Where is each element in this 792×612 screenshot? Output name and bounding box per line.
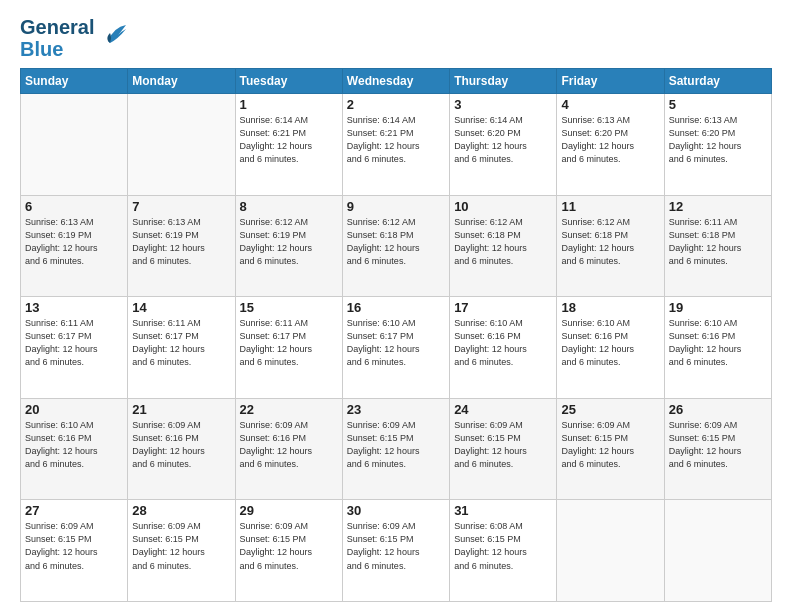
day-info: Sunrise: 6:10 AMSunset: 6:16 PMDaylight:…: [454, 317, 552, 369]
day-number: 27: [25, 503, 123, 518]
day-number: 22: [240, 402, 338, 417]
day-number: 13: [25, 300, 123, 315]
day-number: 12: [669, 199, 767, 214]
calendar-day-cell: 27Sunrise: 6:09 AMSunset: 6:15 PMDayligh…: [21, 500, 128, 602]
day-info: Sunrise: 6:09 AMSunset: 6:15 PMDaylight:…: [561, 419, 659, 471]
day-number: 28: [132, 503, 230, 518]
calendar-day-cell: 24Sunrise: 6:09 AMSunset: 6:15 PMDayligh…: [450, 398, 557, 500]
day-info: Sunrise: 6:10 AMSunset: 6:16 PMDaylight:…: [561, 317, 659, 369]
day-info: Sunrise: 6:12 AMSunset: 6:18 PMDaylight:…: [454, 216, 552, 268]
day-number: 23: [347, 402, 445, 417]
day-info: Sunrise: 6:11 AMSunset: 6:17 PMDaylight:…: [240, 317, 338, 369]
calendar-day-cell: 19Sunrise: 6:10 AMSunset: 6:16 PMDayligh…: [664, 297, 771, 399]
day-info: Sunrise: 6:09 AMSunset: 6:15 PMDaylight:…: [454, 419, 552, 471]
logo-general: General: [20, 16, 94, 38]
day-info: Sunrise: 6:09 AMSunset: 6:15 PMDaylight:…: [347, 520, 445, 572]
calendar-header-sunday: Sunday: [21, 69, 128, 94]
day-number: 25: [561, 402, 659, 417]
day-info: Sunrise: 6:11 AMSunset: 6:17 PMDaylight:…: [132, 317, 230, 369]
calendar-day-cell: 8Sunrise: 6:12 AMSunset: 6:19 PMDaylight…: [235, 195, 342, 297]
day-number: 6: [25, 199, 123, 214]
day-info: Sunrise: 6:09 AMSunset: 6:15 PMDaylight:…: [669, 419, 767, 471]
calendar-day-cell: 7Sunrise: 6:13 AMSunset: 6:19 PMDaylight…: [128, 195, 235, 297]
day-info: Sunrise: 6:13 AMSunset: 6:20 PMDaylight:…: [561, 114, 659, 166]
day-info: Sunrise: 6:09 AMSunset: 6:15 PMDaylight:…: [132, 520, 230, 572]
calendar-table: SundayMondayTuesdayWednesdayThursdayFrid…: [20, 68, 772, 602]
calendar-header-wednesday: Wednesday: [342, 69, 449, 94]
calendar-header-thursday: Thursday: [450, 69, 557, 94]
calendar-day-cell: 30Sunrise: 6:09 AMSunset: 6:15 PMDayligh…: [342, 500, 449, 602]
day-info: Sunrise: 6:11 AMSunset: 6:17 PMDaylight:…: [25, 317, 123, 369]
calendar-day-cell: 22Sunrise: 6:09 AMSunset: 6:16 PMDayligh…: [235, 398, 342, 500]
day-info: Sunrise: 6:11 AMSunset: 6:18 PMDaylight:…: [669, 216, 767, 268]
day-number: 17: [454, 300, 552, 315]
calendar-header-friday: Friday: [557, 69, 664, 94]
calendar-week-row: 6Sunrise: 6:13 AMSunset: 6:19 PMDaylight…: [21, 195, 772, 297]
day-number: 15: [240, 300, 338, 315]
calendar-day-cell: 15Sunrise: 6:11 AMSunset: 6:17 PMDayligh…: [235, 297, 342, 399]
day-info: Sunrise: 6:09 AMSunset: 6:16 PMDaylight:…: [240, 419, 338, 471]
day-info: Sunrise: 6:09 AMSunset: 6:15 PMDaylight:…: [25, 520, 123, 572]
calendar-day-cell: 18Sunrise: 6:10 AMSunset: 6:16 PMDayligh…: [557, 297, 664, 399]
day-info: Sunrise: 6:12 AMSunset: 6:18 PMDaylight:…: [561, 216, 659, 268]
calendar-header-saturday: Saturday: [664, 69, 771, 94]
day-number: 8: [240, 199, 338, 214]
calendar-week-row: 13Sunrise: 6:11 AMSunset: 6:17 PMDayligh…: [21, 297, 772, 399]
calendar-week-row: 20Sunrise: 6:10 AMSunset: 6:16 PMDayligh…: [21, 398, 772, 500]
day-number: 7: [132, 199, 230, 214]
calendar-header-row: SundayMondayTuesdayWednesdayThursdayFrid…: [21, 69, 772, 94]
calendar-day-cell: 25Sunrise: 6:09 AMSunset: 6:15 PMDayligh…: [557, 398, 664, 500]
calendar-day-cell: 9Sunrise: 6:12 AMSunset: 6:18 PMDaylight…: [342, 195, 449, 297]
day-number: 29: [240, 503, 338, 518]
logo-bird-icon: [100, 19, 130, 53]
calendar-day-cell: 1Sunrise: 6:14 AMSunset: 6:21 PMDaylight…: [235, 94, 342, 196]
calendar-day-cell: 21Sunrise: 6:09 AMSunset: 6:16 PMDayligh…: [128, 398, 235, 500]
day-number: 16: [347, 300, 445, 315]
calendar-day-cell: 17Sunrise: 6:10 AMSunset: 6:16 PMDayligh…: [450, 297, 557, 399]
day-number: 20: [25, 402, 123, 417]
calendar-header-monday: Monday: [128, 69, 235, 94]
day-number: 9: [347, 199, 445, 214]
calendar-day-cell: 13Sunrise: 6:11 AMSunset: 6:17 PMDayligh…: [21, 297, 128, 399]
day-info: Sunrise: 6:08 AMSunset: 6:15 PMDaylight:…: [454, 520, 552, 572]
calendar-day-cell: 3Sunrise: 6:14 AMSunset: 6:20 PMDaylight…: [450, 94, 557, 196]
day-number: 11: [561, 199, 659, 214]
calendar-day-cell: 10Sunrise: 6:12 AMSunset: 6:18 PMDayligh…: [450, 195, 557, 297]
day-number: 19: [669, 300, 767, 315]
calendar-day-cell: 26Sunrise: 6:09 AMSunset: 6:15 PMDayligh…: [664, 398, 771, 500]
calendar-header-tuesday: Tuesday: [235, 69, 342, 94]
day-info: Sunrise: 6:14 AMSunset: 6:21 PMDaylight:…: [240, 114, 338, 166]
day-info: Sunrise: 6:13 AMSunset: 6:19 PMDaylight:…: [25, 216, 123, 268]
calendar-day-cell: [21, 94, 128, 196]
day-info: Sunrise: 6:10 AMSunset: 6:16 PMDaylight:…: [25, 419, 123, 471]
calendar-day-cell: 20Sunrise: 6:10 AMSunset: 6:16 PMDayligh…: [21, 398, 128, 500]
calendar-week-row: 1Sunrise: 6:14 AMSunset: 6:21 PMDaylight…: [21, 94, 772, 196]
day-number: 10: [454, 199, 552, 214]
day-info: Sunrise: 6:14 AMSunset: 6:20 PMDaylight:…: [454, 114, 552, 166]
calendar-week-row: 27Sunrise: 6:09 AMSunset: 6:15 PMDayligh…: [21, 500, 772, 602]
page-header: General Blue: [20, 16, 772, 60]
calendar-day-cell: 6Sunrise: 6:13 AMSunset: 6:19 PMDaylight…: [21, 195, 128, 297]
calendar-day-cell: 11Sunrise: 6:12 AMSunset: 6:18 PMDayligh…: [557, 195, 664, 297]
calendar-day-cell: [557, 500, 664, 602]
day-number: 31: [454, 503, 552, 518]
day-number: 4: [561, 97, 659, 112]
day-info: Sunrise: 6:09 AMSunset: 6:15 PMDaylight:…: [347, 419, 445, 471]
day-info: Sunrise: 6:13 AMSunset: 6:20 PMDaylight:…: [669, 114, 767, 166]
day-info: Sunrise: 6:09 AMSunset: 6:15 PMDaylight:…: [240, 520, 338, 572]
calendar-day-cell: 14Sunrise: 6:11 AMSunset: 6:17 PMDayligh…: [128, 297, 235, 399]
day-info: Sunrise: 6:13 AMSunset: 6:19 PMDaylight:…: [132, 216, 230, 268]
day-number: 5: [669, 97, 767, 112]
calendar-day-cell: 4Sunrise: 6:13 AMSunset: 6:20 PMDaylight…: [557, 94, 664, 196]
day-info: Sunrise: 6:10 AMSunset: 6:17 PMDaylight:…: [347, 317, 445, 369]
day-number: 24: [454, 402, 552, 417]
calendar-day-cell: 23Sunrise: 6:09 AMSunset: 6:15 PMDayligh…: [342, 398, 449, 500]
day-number: 1: [240, 97, 338, 112]
day-info: Sunrise: 6:10 AMSunset: 6:16 PMDaylight:…: [669, 317, 767, 369]
logo-blue: Blue: [20, 38, 94, 60]
logo: General Blue: [20, 16, 130, 60]
day-number: 26: [669, 402, 767, 417]
day-number: 30: [347, 503, 445, 518]
calendar-day-cell: 5Sunrise: 6:13 AMSunset: 6:20 PMDaylight…: [664, 94, 771, 196]
calendar-day-cell: 29Sunrise: 6:09 AMSunset: 6:15 PMDayligh…: [235, 500, 342, 602]
